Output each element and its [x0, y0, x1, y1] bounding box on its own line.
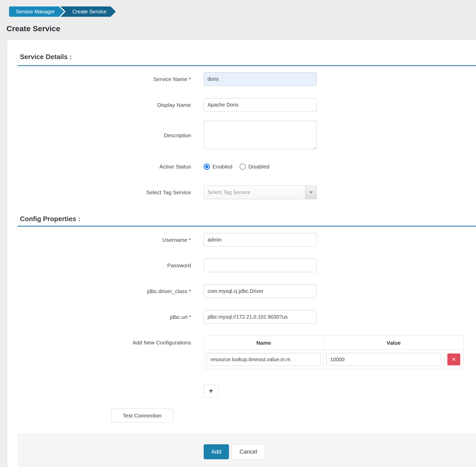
- add-button[interactable]: Add: [204, 444, 229, 459]
- active-status-disabled-option[interactable]: Disabled: [240, 164, 269, 170]
- config-value-column-header: Value: [324, 336, 464, 350]
- jdbc-url-label: jdbc.url *: [0, 314, 191, 320]
- add-new-configurations-label: Add New Configurations: [0, 336, 191, 350]
- service-name-input[interactable]: [204, 72, 317, 86]
- jdbc-driver-class-label: jdbc.driver_class *: [0, 288, 191, 294]
- display-name-label: Display Name: [0, 102, 191, 108]
- configuration-row: ✕: [204, 350, 464, 369]
- username-label: Username *: [0, 237, 191, 243]
- dropdown-arrow-button[interactable]: [305, 186, 316, 199]
- config-name-input[interactable]: [207, 353, 321, 366]
- description-textarea[interactable]: [204, 121, 317, 149]
- tag-service-label: Select Tag Service: [0, 189, 191, 196]
- chevron-down-icon: [309, 191, 313, 194]
- tag-service-placeholder: Select Tag Service: [204, 186, 305, 199]
- config-properties-divider: [18, 226, 476, 227]
- close-icon: ✕: [452, 356, 456, 363]
- password-row: Password: [0, 259, 476, 272]
- jdbc-url-row: jdbc.url *: [0, 310, 476, 324]
- add-new-configurations-row: Add New Configurations Name Value: [0, 336, 476, 369]
- username-input[interactable]: [204, 233, 317, 247]
- breadcrumb: Service Manager Create Service: [9, 6, 116, 17]
- jdbc-driver-class-row: jdbc.driver_class *: [0, 284, 476, 298]
- service-name-row: Service Name *: [0, 72, 476, 86]
- password-input[interactable]: [204, 259, 317, 272]
- disabled-option-label: Disabled: [248, 164, 269, 170]
- service-details-divider: [18, 65, 476, 66]
- service-details-heading: Service Details :: [20, 53, 72, 61]
- page-title: Create Service: [6, 24, 60, 33]
- cancel-button[interactable]: Cancel: [232, 444, 265, 459]
- active-status-label: Active Status: [0, 164, 191, 170]
- configurations-table: Name Value ✕: [204, 336, 464, 369]
- breadcrumb-service-manager[interactable]: Service Manager: [9, 6, 64, 17]
- jdbc-driver-class-input[interactable]: [204, 284, 317, 298]
- delete-config-row-button[interactable]: ✕: [447, 353, 460, 365]
- tag-service-row: Select Tag Service Select Tag Service: [0, 186, 476, 199]
- add-config-row-button[interactable]: +: [204, 384, 218, 397]
- create-service-page: Service Manager Create Service Create Se…: [0, 0, 476, 467]
- service-name-label: Service Name *: [0, 76, 191, 82]
- configurations-header-row: Name Value: [204, 336, 464, 350]
- config-properties-heading: Config Properties :: [20, 215, 80, 223]
- active-status-enabled-option[interactable]: Enabled: [204, 164, 232, 170]
- active-status-row: Active Status Enabled Disabled: [0, 160, 476, 173]
- test-connection-button[interactable]: Test Connection: [111, 409, 173, 422]
- description-label: Description: [0, 132, 191, 139]
- tag-service-select[interactable]: Select Tag Service: [204, 186, 317, 199]
- radio-selected-icon[interactable]: [204, 164, 210, 170]
- enabled-option-label: Enabled: [212, 164, 232, 170]
- config-value-input[interactable]: [326, 353, 441, 366]
- breadcrumb-create-service[interactable]: Create Service: [60, 6, 116, 17]
- display-name-row: Display Name: [0, 98, 476, 112]
- description-row: Description: [0, 121, 476, 150]
- username-row: Username *: [0, 233, 476, 247]
- config-name-column-header: Name: [204, 336, 324, 350]
- display-name-input[interactable]: [204, 98, 317, 112]
- plus-icon: +: [209, 387, 213, 395]
- radio-unselected-icon[interactable]: [240, 164, 246, 170]
- jdbc-url-input[interactable]: [204, 310, 317, 324]
- password-label: Password: [0, 262, 191, 269]
